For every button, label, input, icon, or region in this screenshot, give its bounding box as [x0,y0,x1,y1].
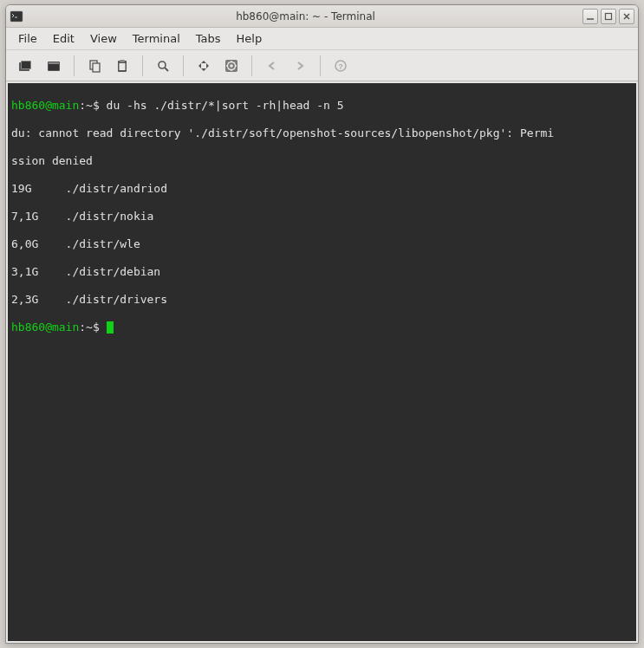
close-button[interactable] [619,9,634,24]
new-tab-icon [18,59,34,73]
toolbar-separator [183,55,184,76]
titlebar[interactable]: hb860@main: ~ - Terminal [6,5,638,28]
svg-point-15 [159,62,166,68]
paste-button[interactable] [109,54,135,78]
prompt-path: :~$ [79,99,106,112]
svg-rect-8 [49,64,59,70]
svg-line-24 [228,62,229,63]
arrow-right-icon [294,60,306,72]
terminal-content[interactable]: hb860@main:~$ du -hs ./distr/*|sort -rh|… [8,83,636,641]
terminal-line: du: cannot read directory './distr/soft/… [11,126,633,140]
svg-line-26 [234,62,235,63]
new-tab-button[interactable] [13,54,39,78]
preferences-icon [224,58,239,74]
fullscreen-button[interactable] [191,54,217,78]
help-toolbar-button[interactable]: ? [328,54,354,78]
search-icon [156,59,170,73]
svg-rect-6 [22,62,30,68]
menu-help[interactable]: Help [230,29,270,48]
menu-edit[interactable]: Edit [46,29,81,48]
prompt-user: hb860@main [11,321,79,334]
svg-rect-3 [606,13,612,19]
terminal-line: hb860@main:~$ [11,321,633,334]
minimize-button[interactable] [582,9,598,24]
toolbar-separator [74,55,75,76]
menu-file[interactable]: File [11,29,44,48]
toolbar: ? [6,50,638,81]
terminal-app-icon [10,10,23,23]
prompt-user: hb860@main [11,99,79,112]
window-title: hb860@main: ~ - Terminal [29,10,582,23]
terminal-line: 7,1G ./distr/nokia [11,210,633,224]
arrow-left-icon [266,60,278,72]
svg-rect-14 [120,63,126,70]
menubar: File Edit View Terminal Tabs Help [6,28,638,50]
svg-rect-9 [49,62,59,64]
copy-button[interactable] [81,54,107,78]
svg-text:?: ? [338,62,343,70]
svg-line-25 [234,68,235,68]
paste-icon [115,59,129,73]
toolbar-separator [251,55,252,76]
help-icon: ? [334,59,348,73]
terminal-line: 19G ./distr/andriod [11,182,633,196]
svg-rect-11 [93,63,100,72]
terminal-line: ssion denied [11,154,633,168]
search-button[interactable] [150,54,176,78]
svg-rect-0 [10,11,23,22]
menu-tabs[interactable]: Tabs [189,29,228,48]
prompt-path: :~$ [79,321,106,334]
terminal-line: 6,0G ./distr/wle [11,237,633,251]
toolbar-separator [142,55,143,76]
fullscreen-icon [197,59,211,73]
svg-point-19 [230,64,233,68]
maximize-button[interactable] [601,9,616,24]
next-tab-button[interactable] [287,54,313,78]
cursor [107,321,114,334]
svg-rect-13 [120,60,125,62]
copy-icon [88,59,101,73]
menu-view[interactable]: View [83,29,124,48]
preferences-button[interactable] [218,54,244,78]
terminal-line: hb860@main:~$ du -hs ./distr/*|sort -rh|… [11,99,633,113]
menu-terminal[interactable]: Terminal [126,29,187,48]
toolbar-separator [320,55,321,76]
new-window-button[interactable] [41,54,67,78]
svg-line-27 [228,68,229,68]
svg-line-16 [165,68,168,71]
terminal-window: hb860@main: ~ - Terminal File Edit View … [5,4,639,644]
terminal-line: 3,1G ./distr/debian [11,265,633,279]
window-controls [582,9,634,24]
terminal-line: 2,3G ./distr/drivers [11,293,633,307]
prev-tab-button[interactable] [259,54,285,78]
command-text: du -hs ./distr/*|sort -rh|head -n 5 [107,99,344,112]
new-window-icon [46,59,62,73]
